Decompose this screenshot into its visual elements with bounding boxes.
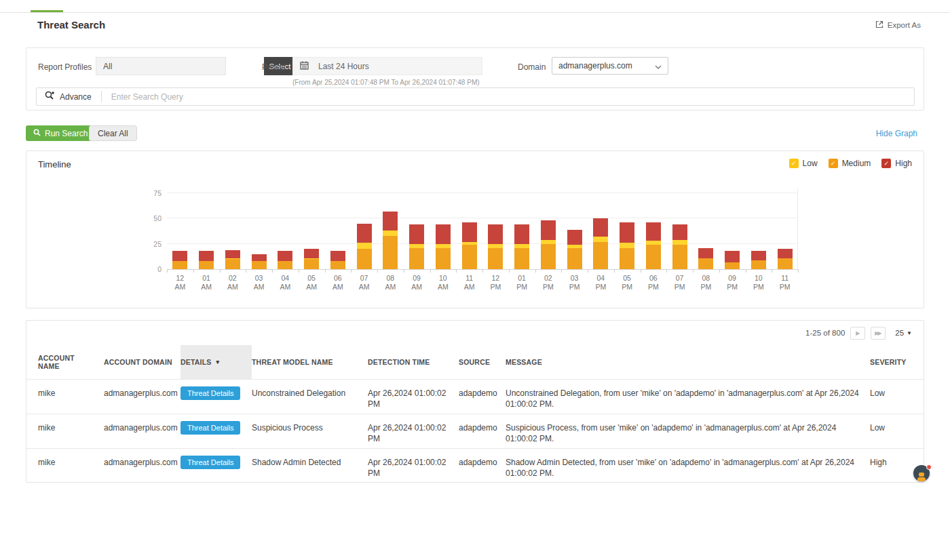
clear-all-button[interactable]: Clear All — [89, 125, 137, 141]
filter-panel: Report Profiles Select Period Last 24 Ho… — [26, 47, 924, 111]
x-axis-tick — [772, 269, 772, 273]
bar-segment-high — [725, 251, 740, 262]
run-search-button[interactable]: Run Search — [26, 125, 95, 141]
cell-detection-time: Apr 26,2024 01:00:02 PM — [368, 422, 459, 444]
bar-segment-high — [620, 222, 634, 243]
results-panel: 1-25 of 800 ▶ ▶▶ 25 ▼ ACCOUNT NAMEACCOUN… — [26, 320, 924, 483]
pagination-range: 1-25 of 800 — [805, 329, 845, 337]
search-query-input[interactable] — [102, 92, 914, 102]
x-axis-tick — [430, 269, 431, 273]
cell-details: Threat Details — [180, 422, 252, 435]
report-profiles-input[interactable] — [96, 58, 191, 75]
x-axis-tick — [561, 269, 562, 273]
last-page-button[interactable]: ▶▶ — [871, 327, 886, 340]
bar-segment-medium — [672, 245, 687, 269]
column-header-source: SOURCE — [459, 358, 506, 366]
x-axis-tick — [193, 269, 194, 273]
table-body: mikeadmanagerplus.comThreat DetailsUncon… — [26, 379, 924, 483]
period-field[interactable]: Last 24 Hours — [292, 57, 482, 75]
column-header-account-name: ACCOUNT NAME — [38, 354, 104, 370]
legend-item-medium[interactable]: ✓Medium — [829, 159, 871, 168]
x-axis-tick — [272, 269, 273, 273]
pagination-bar: 1-25 of 800 ▶ ▶▶ 25 ▼ — [26, 321, 924, 345]
x-axis-category-label: 04PM — [588, 274, 614, 292]
bar-segment-medium — [751, 260, 766, 270]
bar-segment-high — [409, 224, 424, 244]
domain-select[interactable]: admanagerplus.com — [552, 57, 668, 75]
bar-segment-medium — [278, 261, 292, 269]
threat-details-button[interactable]: Threat Details — [180, 421, 240, 435]
cell-account-name: mike — [38, 388, 104, 399]
chart-legend: ✓Low✓Medium✓High — [789, 159, 912, 168]
x-axis-category-label: 07AM — [351, 274, 377, 292]
bar-11pm — [778, 249, 793, 269]
legend-checkbox-icon: ✓ — [829, 159, 838, 168]
x-axis-category-label: 11AM — [456, 274, 482, 292]
domain-value: admanagerplus.com — [558, 61, 632, 71]
export-as-button[interactable]: Export As — [875, 20, 921, 30]
x-axis-tick — [220, 269, 221, 273]
x-axis-tick — [588, 269, 588, 273]
report-profiles-field[interactable]: Select — [96, 57, 226, 75]
bar-segment-medium — [567, 248, 582, 270]
bar-08am — [383, 212, 398, 270]
bar-06am — [330, 251, 345, 269]
cell-source: adapdemo — [459, 388, 506, 399]
bar-segment-medium — [330, 261, 345, 269]
table-row: mikeadmanagerplus.comThreat DetailsUncon… — [26, 379, 924, 414]
bar-segment-medium — [225, 259, 240, 269]
bar-segment-high — [357, 224, 372, 243]
threat-details-button[interactable]: Threat Details — [180, 456, 240, 469]
bar-segment-high — [278, 251, 292, 261]
y-axis-tick-label: 50 — [142, 214, 162, 222]
legend-label: Medium — [842, 159, 871, 168]
bar-segment-medium — [172, 261, 187, 269]
bar-04pm — [593, 218, 608, 269]
hide-graph-link[interactable]: Hide Graph — [876, 129, 917, 138]
bar-07pm — [672, 224, 687, 269]
x-axis-tick — [798, 269, 799, 273]
bar-segment-medium — [620, 248, 634, 270]
table-row: mikeadmanagerplus.comThreat DetailsShado… — [26, 448, 924, 483]
threat-details-button[interactable]: Threat Details — [180, 386, 240, 400]
x-axis-category-label: 03AM — [246, 274, 272, 292]
next-page-button[interactable]: ▶ — [850, 327, 865, 340]
page-size-dropdown[interactable]: 25 ▼ — [895, 329, 912, 337]
x-axis-category-label: 09AM — [404, 274, 430, 292]
bar-segment-high — [514, 224, 529, 244]
cell-message: Unconstrained Delegation, from user 'mik… — [506, 388, 870, 409]
table-row: mikeadmanagerplus.comThreat DetailsSuspi… — [26, 414, 924, 448]
bar-segment-low — [620, 243, 634, 248]
chevron-down-icon — [655, 60, 662, 72]
timeline-title: Timeline — [38, 159, 71, 169]
gridline — [167, 243, 797, 244]
bar-segment-high — [541, 220, 556, 240]
x-axis-category-label: 12PM — [482, 274, 509, 292]
assistant-chat-button[interactable] — [913, 465, 931, 483]
x-axis-tick — [167, 269, 168, 273]
x-axis-category-label: 02PM — [535, 274, 562, 292]
bar-08pm — [698, 248, 713, 270]
column-header-details[interactable]: DETAILS▾ — [180, 345, 252, 379]
bar-segment-high — [225, 250, 240, 258]
cell-source: adapdemo — [459, 422, 506, 433]
bar-06pm — [646, 222, 661, 269]
cell-account-name: mike — [38, 457, 104, 468]
cell-details: Threat Details — [180, 388, 252, 400]
y-axis-tick-label: 0 — [142, 265, 162, 273]
bar-segment-medium — [646, 245, 661, 269]
x-axis-tick — [351, 269, 352, 273]
advance-button[interactable]: Advance — [37, 88, 101, 105]
legend-item-low[interactable]: ✓Low — [789, 159, 818, 168]
bar-02am — [225, 250, 240, 270]
legend-checkbox-icon: ✓ — [881, 159, 891, 168]
calendar-icon — [300, 60, 309, 73]
x-axis-tick — [325, 269, 326, 273]
legend-item-high[interactable]: ✓High — [881, 159, 912, 168]
x-axis-tick — [666, 269, 667, 273]
bar-segment-high — [488, 224, 503, 244]
gridline — [167, 218, 797, 218]
x-axis-tick — [614, 269, 615, 273]
bar-segment-medium — [593, 242, 608, 270]
bar-segment-high — [383, 212, 398, 231]
